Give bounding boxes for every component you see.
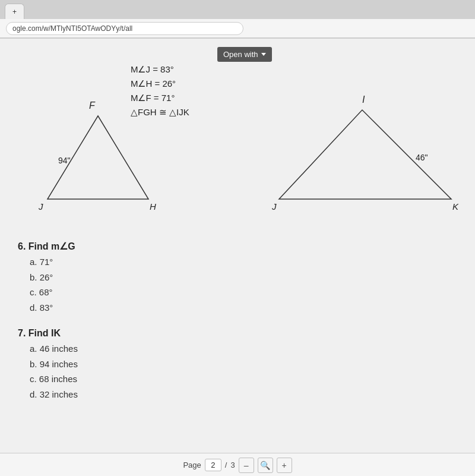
- question-6: 6. Find m∠G a. 71° b. 26° c. 68° d. 83°: [18, 241, 457, 315]
- question-7-option-a[interactable]: a. 46 inches: [30, 341, 457, 357]
- open-with-label: Open with: [223, 50, 258, 59]
- search-button[interactable]: 🔍: [258, 458, 273, 473]
- left-vertex-f: F: [89, 100, 96, 111]
- browser-chrome: + ogle.com/w/MTlyNTI5OTAwODYy/t/all: [0, 0, 475, 39]
- note-line-2: M∠H = 26°: [131, 77, 189, 91]
- minus-icon: –: [244, 461, 249, 470]
- questions-area: 6. Find m∠G a. 71° b. 26° c. 68° d. 83°: [18, 241, 457, 447]
- question-6-option-d[interactable]: d. 83°: [30, 300, 457, 316]
- open-with-button[interactable]: Open with: [217, 47, 272, 62]
- url-display[interactable]: ogle.com/w/MTlyNTI5OTAwODYy/t/all: [6, 22, 243, 35]
- note-line-4: △FGH ≅ △IJK: [131, 105, 189, 119]
- question-7-title: 7. Find IK: [18, 328, 457, 339]
- right-vertex-j: J: [271, 201, 277, 212]
- bottom-toolbar: Page 2 / 3 – 🔍 +: [0, 453, 475, 476]
- question-7-option-c[interactable]: c. 68 inches: [30, 371, 457, 387]
- tab-label: +: [12, 8, 17, 16]
- handwritten-notes: M∠J = 83° M∠H = 26° M∠F = 71° △FGH ≅ △IJ…: [131, 62, 189, 119]
- question-6-option-c[interactable]: c. 68°: [30, 285, 457, 300]
- current-page: 2: [205, 459, 221, 471]
- zoom-out-button[interactable]: –: [239, 458, 254, 473]
- question-6-option-a[interactable]: a. 71°: [30, 254, 457, 270]
- content-area: Open with F J H 94" I J K 46" M∠J = 83° …: [0, 39, 475, 476]
- total-pages: 3: [230, 461, 235, 469]
- address-bar: ogle.com/w/MTlyNTI5OTAwODYy/t/all: [0, 19, 475, 38]
- page-label: Page: [183, 461, 201, 469]
- note-line-1: M∠J = 83°: [131, 62, 189, 77]
- diagram-area: F J H 94" I J K 46": [6, 45, 469, 229]
- left-vertex-h: H: [150, 201, 156, 212]
- right-vertex-k: K: [452, 201, 459, 212]
- question-6-title: 6. Find m∠G: [18, 241, 457, 252]
- page-separator: /: [225, 461, 227, 469]
- left-vertex-j: J: [38, 201, 43, 212]
- question-6-option-b[interactable]: b. 26°: [30, 270, 457, 285]
- search-icon: 🔍: [260, 461, 270, 470]
- question-7-option-d[interactable]: d. 32 inches: [30, 387, 457, 402]
- question-7: 7. Find IK a. 46 inches b. 94 inches c. …: [18, 328, 457, 402]
- geometry-diagram: F J H 94" I J K 46": [6, 45, 469, 223]
- browser-tab[interactable]: +: [5, 4, 24, 19]
- url-text: ogle.com/w/MTlyNTI5OTAwODYy/t/all: [12, 24, 132, 33]
- zoom-in-button[interactable]: +: [277, 458, 292, 473]
- note-line-3: M∠F = 71°: [131, 91, 189, 105]
- right-vertex-i: I: [362, 94, 365, 105]
- left-triangle-side-label: 94": [58, 156, 71, 165]
- right-triangle-side-label: 46": [416, 153, 428, 162]
- tab-bar: +: [0, 0, 475, 19]
- question-7-option-b[interactable]: b. 94 inches: [30, 357, 457, 372]
- plus-icon: +: [282, 461, 287, 470]
- chevron-down-icon: [261, 53, 266, 56]
